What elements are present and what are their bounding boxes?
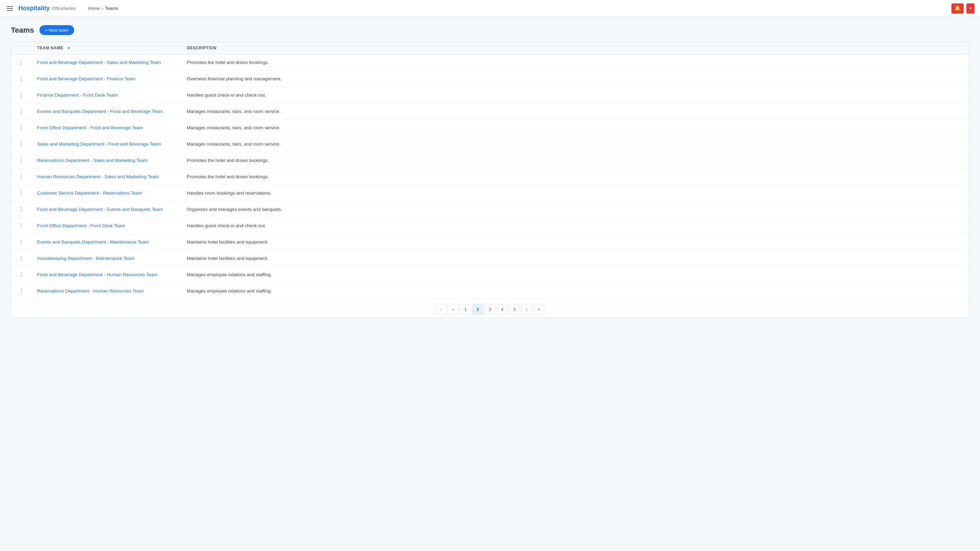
brand: Hospitality OfficeSeries bbox=[18, 5, 76, 12]
table-row: ⋮Reservations Department - Human Resourc… bbox=[11, 283, 969, 299]
row-actions-cell: ⋮ bbox=[11, 250, 32, 266]
team-name-link[interactable]: Food and Beverage Department - Sales and… bbox=[37, 60, 161, 65]
page-4-button[interactable]: 4 bbox=[497, 304, 508, 315]
breadcrumb: Home » Teams bbox=[88, 6, 118, 11]
more-options-icon[interactable]: ⋮ bbox=[17, 75, 26, 83]
team-name-link[interactable]: Food and Beverage Department - Events an… bbox=[37, 207, 163, 212]
col-description-header: DESCRIPTION bbox=[181, 42, 969, 54]
team-description-text: Promotes the hotel and drives bookings. bbox=[187, 174, 269, 179]
row-actions-cell: ⋮ bbox=[11, 54, 32, 70]
team-description-text: Manages restaurants, bars, and room serv… bbox=[187, 125, 280, 130]
team-description-text: Manages employee relations and staffing. bbox=[187, 272, 272, 277]
breadcrumb-current: Teams bbox=[105, 6, 118, 11]
more-options-icon[interactable]: ⋮ bbox=[17, 108, 26, 115]
team-name-cell: Events and Banquets Department - Food an… bbox=[32, 103, 181, 119]
app-header: Hospitality OfficeSeries Home » Teams 🔔 … bbox=[0, 0, 980, 17]
row-actions-cell: ⋮ bbox=[11, 87, 32, 103]
table-row: ⋮Front Office Department - Front Desk Te… bbox=[11, 218, 969, 233]
team-name-link[interactable]: Housekeeping Department - Maintenance Te… bbox=[37, 256, 134, 261]
more-options-icon[interactable]: ⋮ bbox=[17, 254, 26, 262]
team-name-link[interactable]: Finance Department - Front Desk Team bbox=[37, 92, 118, 98]
row-actions-cell: ⋮ bbox=[11, 70, 32, 87]
team-name-cell: Front Office Department - Front Desk Tea… bbox=[32, 218, 181, 233]
team-name-cell: Food and Beverage Department - Sales and… bbox=[32, 54, 181, 70]
team-description-cell: Manages restaurants, bars, and room serv… bbox=[181, 136, 969, 152]
more-options-icon[interactable]: ⋮ bbox=[17, 189, 26, 197]
filter-icon[interactable]: ▼ bbox=[67, 46, 71, 51]
page-title: Teams bbox=[11, 26, 34, 35]
breadcrumb-home[interactable]: Home bbox=[88, 6, 100, 11]
team-description-cell: Manages employee relations and staffing. bbox=[181, 283, 969, 299]
more-options-icon[interactable]: ⋮ bbox=[17, 222, 26, 230]
brand-name: Hospitality bbox=[18, 5, 50, 12]
team-description-cell: Manages restaurants, bars, and room serv… bbox=[181, 119, 969, 136]
team-description-cell: Promotes the hotel and drives bookings. bbox=[181, 54, 969, 70]
new-team-button[interactable]: + New team bbox=[40, 25, 74, 35]
row-actions-cell: ⋮ bbox=[11, 283, 32, 299]
row-actions-cell: ⋮ bbox=[11, 218, 32, 233]
team-name-cell: Food and Beverage Department - Events an… bbox=[32, 201, 181, 218]
page-next-button[interactable]: › bbox=[521, 304, 532, 315]
team-description-cell: Handles guest check-in and check-out. bbox=[181, 218, 969, 233]
team-name-cell: Food and Beverage Department - Human Res… bbox=[32, 266, 181, 283]
team-name-link[interactable]: Food and Beverage Department - Human Res… bbox=[37, 272, 157, 277]
header-left: Hospitality OfficeSeries Home » Teams bbox=[5, 5, 951, 12]
table-body: ⋮Food and Beverage Department - Sales an… bbox=[11, 54, 969, 299]
team-name-link[interactable]: Front Office Department - Food and Bever… bbox=[37, 125, 143, 130]
team-name-link[interactable]: Reservations Department - Sales and Mark… bbox=[37, 158, 148, 163]
page-2-button[interactable]: 2 bbox=[472, 304, 483, 315]
team-name-link[interactable]: Reservations Department - Human Resource… bbox=[37, 288, 143, 294]
col-actions-header bbox=[11, 42, 32, 54]
page-prev-button[interactable]: ‹ bbox=[448, 304, 459, 315]
user-dropdown-button[interactable]: ▼ bbox=[966, 3, 975, 14]
more-options-icon[interactable]: ⋮ bbox=[17, 156, 26, 164]
more-options-icon[interactable]: ⋮ bbox=[17, 238, 26, 246]
table-row: ⋮Customer Service Department - Reservati… bbox=[11, 185, 969, 201]
team-name-cell: Food and Beverage Department - Finance T… bbox=[32, 70, 181, 87]
team-name-link[interactable]: Sales and Marketing Department - Food an… bbox=[37, 141, 161, 147]
page-3-button[interactable]: 3 bbox=[485, 304, 495, 315]
notification-button[interactable]: 🔔 bbox=[951, 3, 964, 14]
team-description-cell: Handles guest check-in and check-out. bbox=[181, 87, 969, 103]
row-actions-cell: ⋮ bbox=[11, 103, 32, 119]
table-header: TEAM NAME ▼ DESCRIPTION bbox=[11, 42, 969, 54]
team-name-cell: Human Resources Department - Sales and M… bbox=[32, 168, 181, 185]
main-content: Teams + New team TEAM NAME ▼ DESCRIPTION… bbox=[0, 17, 980, 326]
team-name-link[interactable]: Events and Banquets Department - Food an… bbox=[37, 109, 163, 114]
team-name-link[interactable]: Customer Service Department - Reservatio… bbox=[37, 191, 142, 195]
row-actions-cell: ⋮ bbox=[11, 168, 32, 185]
page-first-button[interactable]: « bbox=[436, 304, 447, 315]
team-name-cell: Events and Banquets Department - Mainten… bbox=[32, 233, 181, 250]
more-options-icon[interactable]: ⋮ bbox=[17, 271, 26, 279]
row-actions-cell: ⋮ bbox=[11, 119, 32, 136]
menu-icon[interactable] bbox=[5, 5, 14, 12]
team-description-text: Manages restaurants, bars, and room serv… bbox=[187, 141, 280, 147]
col-name-header: TEAM NAME ▼ bbox=[32, 42, 181, 54]
more-options-icon[interactable]: ⋮ bbox=[17, 124, 26, 132]
team-name-link[interactable]: Human Resources Department - Sales and M… bbox=[37, 174, 159, 179]
more-options-icon[interactable]: ⋮ bbox=[17, 287, 26, 295]
page-last-button[interactable]: » bbox=[533, 304, 544, 315]
team-description-cell: Maintains hotel facilities and equipment… bbox=[181, 250, 969, 266]
page-1-button[interactable]: 1 bbox=[460, 304, 471, 315]
team-name-link[interactable]: Events and Banquets Department - Mainten… bbox=[37, 240, 149, 245]
team-description-text: Handles guest check-in and check-out. bbox=[187, 92, 266, 98]
page-header: Teams + New team bbox=[11, 25, 969, 35]
team-description-text: Oversees financial planning and manageme… bbox=[187, 76, 282, 81]
page-5-button[interactable]: 5 bbox=[509, 304, 520, 315]
more-options-icon[interactable]: ⋮ bbox=[17, 59, 26, 66]
team-description-cell: Oversees financial planning and manageme… bbox=[181, 70, 969, 87]
table-row: ⋮Sales and Marketing Department - Food a… bbox=[11, 136, 969, 152]
team-name-link[interactable]: Food and Beverage Department - Finance T… bbox=[37, 76, 135, 81]
more-options-icon[interactable]: ⋮ bbox=[17, 173, 26, 181]
team-description-cell: Manages restaurants, bars, and room serv… bbox=[181, 103, 969, 119]
table-row: ⋮Housekeeping Department - Maintenance T… bbox=[11, 250, 969, 266]
more-options-icon[interactable]: ⋮ bbox=[17, 91, 26, 99]
more-options-icon[interactable]: ⋮ bbox=[17, 140, 26, 148]
more-options-icon[interactable]: ⋮ bbox=[17, 205, 26, 213]
team-name-link[interactable]: Front Office Department - Front Desk Tea… bbox=[37, 223, 125, 228]
row-actions-cell: ⋮ bbox=[11, 185, 32, 201]
row-actions-cell: ⋮ bbox=[11, 233, 32, 250]
team-description-cell: Handles room bookings and reservations. bbox=[181, 185, 969, 201]
team-name-cell: Reservations Department - Human Resource… bbox=[32, 283, 181, 299]
